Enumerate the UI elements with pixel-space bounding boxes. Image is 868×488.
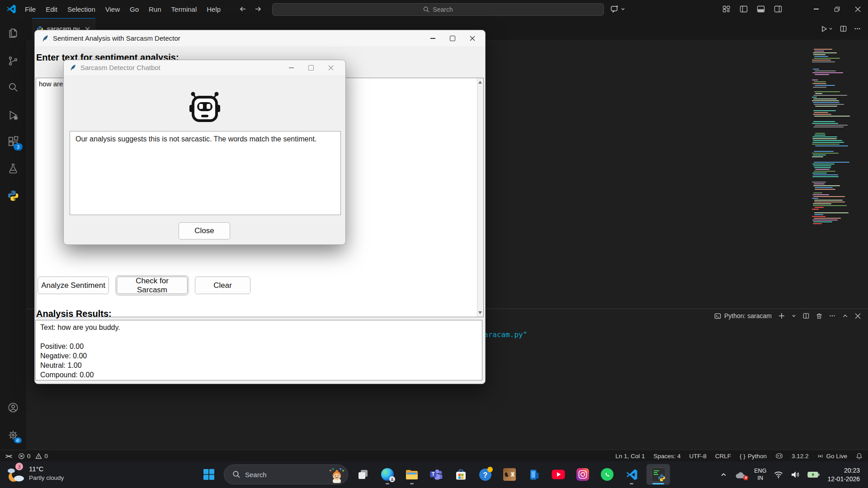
dialog-minimize-button[interactable] xyxy=(281,60,301,75)
language-indicator[interactable]: ENG IN xyxy=(754,468,766,482)
scroll-up-icon[interactable] xyxy=(478,81,482,84)
result-blank-line xyxy=(40,332,477,342)
editor-more-actions-icon[interactable] xyxy=(854,25,861,32)
panel-more-actions-icon[interactable] xyxy=(829,313,835,319)
menu-terminal[interactable]: Terminal xyxy=(166,0,202,18)
scroll-down-icon[interactable] xyxy=(478,311,482,314)
dialog-close-action-button[interactable]: Close xyxy=(179,222,230,239)
back-arrow-icon[interactable] xyxy=(239,5,247,13)
toggle-sidebar-icon[interactable] xyxy=(740,5,748,13)
menu-go[interactable]: Go xyxy=(125,0,144,18)
analyze-sentiment-button[interactable]: Analyze Sentiment xyxy=(38,277,109,294)
start-button[interactable] xyxy=(199,464,218,485)
status-line-col[interactable]: Ln 1, Col 1 xyxy=(615,453,645,460)
python-console-app-icon[interactable] xyxy=(646,464,670,485)
menu-run[interactable]: Run xyxy=(144,0,166,18)
extensions-icon[interactable]: 3 xyxy=(6,134,20,149)
chatbot-dialog-titlebar[interactable]: Sarcasm Detector Chatbot xyxy=(64,60,345,76)
split-terminal-icon[interactable] xyxy=(803,313,809,319)
status-indentation[interactable]: Spaces: 4 xyxy=(654,453,681,460)
menu-help[interactable]: Help xyxy=(202,0,226,18)
status-language-mode[interactable]: { } Python xyxy=(740,453,767,460)
run-python-file-button[interactable] xyxy=(821,25,833,33)
terminal-icon xyxy=(714,313,721,319)
task-view-button[interactable] xyxy=(354,464,373,485)
menu-file[interactable]: File xyxy=(20,0,41,18)
text-scrollbar[interactable] xyxy=(477,78,483,317)
split-editor-icon[interactable] xyxy=(840,25,847,32)
result-negative: Negative: 0.00 xyxy=(40,351,477,361)
youtube-icon[interactable] xyxy=(549,464,568,485)
instagram-icon[interactable] xyxy=(573,464,592,485)
window-minimize-button[interactable] xyxy=(806,0,826,18)
status-go-live[interactable]: Go Live xyxy=(817,453,847,460)
new-terminal-icon[interactable] xyxy=(778,313,785,319)
edge-browser-icon[interactable] xyxy=(378,464,397,485)
status-encoding[interactable]: UTF-8 xyxy=(689,453,707,460)
black-knight-glyph: ♞ xyxy=(504,471,509,478)
tk-feather-icon xyxy=(70,64,76,71)
chess-app-icon[interactable]: ♞ ♜ xyxy=(500,464,519,485)
toggle-panel-icon[interactable] xyxy=(757,5,765,13)
python-extension-icon[interactable] xyxy=(6,188,20,203)
menu-edit[interactable]: Edit xyxy=(41,0,62,18)
status-python-version[interactable]: 3.12.2 xyxy=(792,453,809,460)
clear-button[interactable]: Clear xyxy=(195,277,250,294)
clock[interactable]: 20:23 12-01-2026 xyxy=(827,466,860,483)
chatbot-message: Our analysis suggests this is not sarcas… xyxy=(75,135,316,143)
window-restore-button[interactable] xyxy=(826,0,847,18)
command-center-search[interactable]: Search xyxy=(272,3,604,16)
whatsapp-icon[interactable] xyxy=(598,464,617,485)
accounts-icon[interactable] xyxy=(6,400,20,415)
forward-arrow-icon[interactable] xyxy=(254,5,262,13)
tray-chevron-up-icon[interactable] xyxy=(720,471,727,478)
wifi-icon[interactable] xyxy=(774,471,783,479)
vscode-titlebar: File Edit Selection View Go Run Terminal… xyxy=(0,0,868,19)
file-explorer-icon[interactable] xyxy=(402,464,421,485)
terminal-tab-label: Python: saracam xyxy=(724,312,772,319)
testing-beaker-icon[interactable] xyxy=(6,161,20,176)
errors-warnings[interactable]: 0 0 xyxy=(18,453,48,460)
phone-link-icon[interactable] xyxy=(524,464,543,485)
terminal-profile-chevron-icon[interactable] xyxy=(792,314,796,318)
check-sarcasm-button[interactable]: Check for Sarcasm xyxy=(117,277,188,294)
search-sidebar-icon[interactable] xyxy=(6,80,20,94)
app-maximize-button[interactable] xyxy=(443,30,462,47)
weather-temperature: 11°C xyxy=(29,465,43,473)
help-question-app-icon[interactable]: ? xyxy=(476,464,495,485)
toggle-secondary-sidebar-icon[interactable] xyxy=(774,5,782,13)
taskbar-search-box[interactable]: Search xyxy=(224,465,348,484)
dialog-maximize-button[interactable] xyxy=(301,60,321,75)
maximize-panel-icon[interactable] xyxy=(842,313,848,319)
microsoft-store-icon[interactable] xyxy=(451,464,470,485)
copilot-status-icon[interactable] xyxy=(775,452,783,460)
teams-icon[interactable]: T xyxy=(427,464,446,485)
settings-gear-icon[interactable] xyxy=(6,428,20,442)
minimap[interactable] xyxy=(811,49,854,226)
search-label: Search xyxy=(433,6,453,13)
remote-indicator[interactable]: >< xyxy=(5,453,12,460)
kill-terminal-icon[interactable] xyxy=(816,313,822,319)
dialog-close-button[interactable] xyxy=(321,60,341,75)
explorer-icon[interactable] xyxy=(6,26,20,40)
customize-layout-icon[interactable] xyxy=(722,5,731,13)
edge-profile-avatar xyxy=(389,476,395,482)
sentiment-app-titlebar[interactable]: Sentiment Analysis with Sarcasm Detector xyxy=(35,30,485,47)
copilot-chat-button[interactable] xyxy=(610,5,625,14)
battery-charging-icon[interactable] xyxy=(807,471,820,478)
volume-icon[interactable] xyxy=(791,471,800,479)
run-debug-icon[interactable] xyxy=(6,108,20,122)
chevron-down-icon xyxy=(621,7,625,11)
menu-view[interactable]: View xyxy=(100,0,125,18)
onedrive-icon[interactable] xyxy=(735,471,746,479)
terminal-tab[interactable]: Python: saracam xyxy=(714,312,772,319)
window-close-button[interactable] xyxy=(847,0,868,18)
menu-selection[interactable]: Selection xyxy=(62,0,100,18)
vscode-taskbar-icon[interactable] xyxy=(622,464,641,485)
source-control-icon[interactable] xyxy=(6,54,20,68)
close-panel-icon[interactable] xyxy=(855,313,861,319)
notifications-bell-icon[interactable] xyxy=(856,453,863,460)
status-eol[interactable]: CRLF xyxy=(715,453,731,460)
app-close-button[interactable] xyxy=(462,30,482,47)
app-minimize-button[interactable] xyxy=(423,30,443,47)
